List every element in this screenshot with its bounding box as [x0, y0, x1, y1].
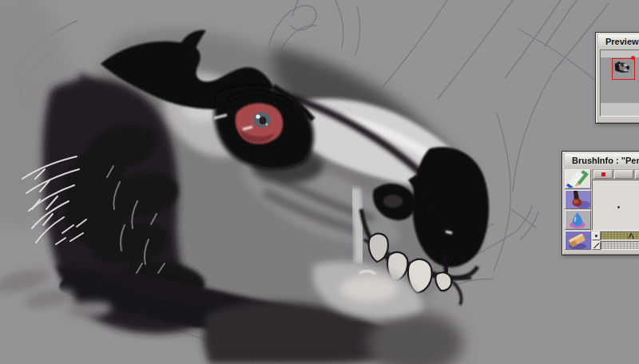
slider1-track[interactable] [601, 231, 639, 240]
diagonal-line-icon [593, 243, 599, 248]
brush-tab-3[interactable] [635, 170, 639, 179]
preview-navigator-panel[interactable] [600, 49, 639, 117]
brushinfo-window-title: BrushInfo : "Pencil/Pe [572, 156, 639, 165]
paintbrush-icon [566, 191, 590, 209]
preview-viewport-rect[interactable] [612, 58, 635, 80]
preview-window: Preview Wi [595, 32, 639, 124]
preview-window-title: Preview Wi [605, 37, 639, 46]
drawing-canvas[interactable] [0, 0, 639, 364]
brushinfo-window: BrushInfo : "Pencil/Pe [562, 151, 639, 255]
preview-viewport-handle[interactable] [631, 56, 635, 60]
brush-tab-1-active[interactable] [593, 170, 613, 179]
brush-tab-strip [592, 169, 639, 180]
brush-tab-2[interactable] [614, 170, 633, 179]
pen-pencil-icon [566, 170, 590, 188]
brush-size-dot [617, 206, 620, 208]
slider1-handle[interactable] [628, 232, 635, 239]
slider2-mode-button[interactable] [592, 241, 601, 250]
active-tab-marker-icon [601, 172, 605, 176]
artwork-svg [0, 0, 639, 364]
slider1-mode-button[interactable] [592, 231, 601, 240]
pen-tool-button[interactable] [565, 169, 591, 189]
slider2-track[interactable] [601, 241, 639, 250]
brush-slider-row-2 [592, 241, 639, 250]
square-dot-icon [595, 235, 597, 237]
tool-column [565, 169, 591, 250]
water-tool-button[interactable] [565, 210, 591, 230]
eraser-icon [566, 231, 590, 250]
eraser-tool-button[interactable] [565, 231, 591, 251]
preview-window-titlebar[interactable]: Preview Wi [598, 34, 639, 49]
brush-tool-button[interactable] [565, 190, 591, 210]
brushinfo-window-titlebar[interactable]: BrushInfo : "Pencil/Pe [565, 153, 639, 168]
brush-stroke-preview[interactable] [592, 180, 639, 231]
water-drop-icon [566, 211, 590, 229]
brush-slider-row-1 [592, 231, 639, 240]
